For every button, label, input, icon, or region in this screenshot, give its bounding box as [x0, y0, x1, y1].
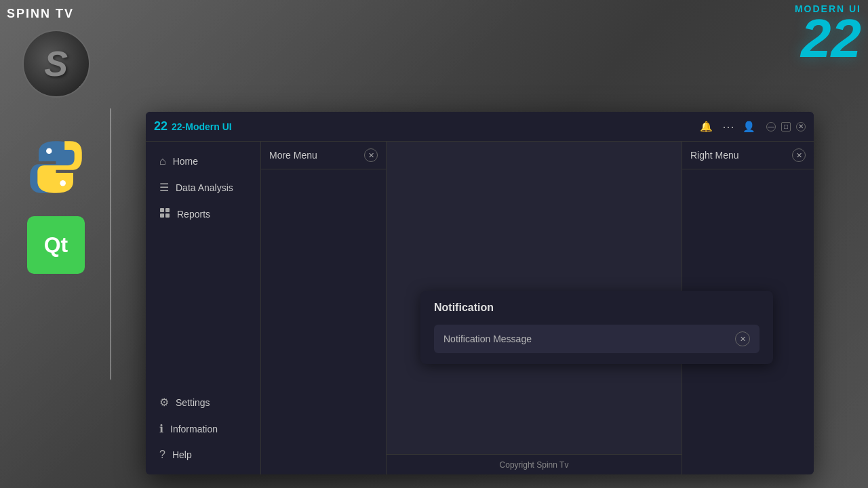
nav-label-information: Information	[170, 424, 218, 434]
svg-rect-2	[160, 208, 164, 212]
nav-sidebar: ⌂ Home ☰ Data Analysis Reports	[146, 142, 261, 474]
notification-title: Notification	[434, 302, 760, 314]
qt-icon: Qt	[27, 216, 85, 274]
nav-label-home: Home	[173, 156, 198, 167]
copyright-bar: Copyright Spinn Tv	[387, 454, 682, 474]
nav-item-reports[interactable]: Reports	[146, 201, 260, 228]
data-analysis-icon: ☰	[159, 181, 169, 194]
bell-icon[interactable]	[700, 121, 713, 133]
maximize-button[interactable]: □	[781, 122, 791, 131]
notification-close-button[interactable]: ✕	[735, 331, 750, 346]
copyright-text: Copyright Spinn Tv	[500, 460, 569, 470]
nav-label-settings: Settings	[176, 397, 210, 408]
qt-label: Qt	[44, 232, 68, 258]
notification-message: Notification Message	[443, 333, 532, 344]
svg-point-1	[60, 180, 66, 186]
brand-logo: S	[22, 30, 90, 98]
right-menu-title: Right Menu	[690, 150, 739, 161]
svg-point-0	[46, 148, 52, 154]
title-bar: 22 22-Modern UI — □ ✕	[146, 112, 814, 142]
notification-body: Notification Message ✕	[434, 325, 760, 353]
notification-panel: Notification Notification Message ✕	[420, 291, 773, 364]
svg-rect-3	[165, 208, 170, 212]
logo-letter: S	[44, 43, 68, 84]
more-icon[interactable]	[722, 119, 733, 134]
nav-item-home[interactable]: ⌂ Home	[146, 148, 260, 174]
help-icon: ?	[159, 449, 165, 461]
nav-item-data-analysis[interactable]: ☰ Data Analysis	[146, 174, 260, 201]
python-icon	[27, 138, 85, 196]
right-menu-close-button[interactable]: ✕	[792, 148, 806, 162]
right-menu-header: Right Menu ✕	[682, 142, 814, 169]
svg-rect-5	[165, 214, 170, 218]
window-body: ⌂ Home ☰ Data Analysis Reports	[146, 142, 814, 474]
minimize-button[interactable]: —	[766, 122, 776, 131]
number-22-large: 22	[795, 14, 861, 63]
more-menu-panel: More Menu ✕	[261, 142, 387, 474]
left-strip: SPINN TV S Qt	[0, 0, 112, 488]
nav-label-data-analysis: Data Analysis	[176, 182, 233, 193]
nav-item-information[interactable]: ℹ Information	[146, 415, 260, 442]
reports-icon	[159, 207, 170, 221]
app-title-area: 22 22-Modern UI	[154, 119, 232, 134]
user-icon[interactable]	[743, 121, 755, 133]
nav-item-help[interactable]: ? Help	[146, 442, 260, 468]
nav-item-settings[interactable]: ⚙ Settings	[146, 389, 260, 415]
app-logo-22: 22	[154, 119, 167, 134]
brand-name: SPINN TV	[0, 7, 74, 21]
more-menu-header: More Menu ✕	[261, 142, 386, 169]
app-title: 22-Modern UI	[172, 121, 232, 132]
svg-rect-4	[160, 214, 164, 218]
more-menu-title: More Menu	[269, 150, 317, 161]
home-icon: ⌂	[159, 155, 166, 167]
close-button[interactable]: ✕	[796, 122, 806, 131]
more-menu-close-button[interactable]: ✕	[364, 148, 378, 162]
app-window: ‹ 22 22-Modern UI — □ ✕ ⌂ Home ☰ Data	[146, 112, 814, 474]
top-right-logo: MODERN UI 22	[795, 3, 861, 63]
settings-icon: ⚙	[159, 396, 169, 409]
nav-spacer	[146, 228, 260, 389]
nav-label-reports: Reports	[177, 209, 210, 220]
title-bar-icons	[700, 119, 755, 134]
window-controls: — □ ✕	[766, 122, 806, 131]
nav-label-help: Help	[172, 449, 192, 460]
main-content: Notification Notification Message ✕ Copy…	[387, 142, 682, 474]
information-icon: ℹ	[159, 422, 163, 435]
